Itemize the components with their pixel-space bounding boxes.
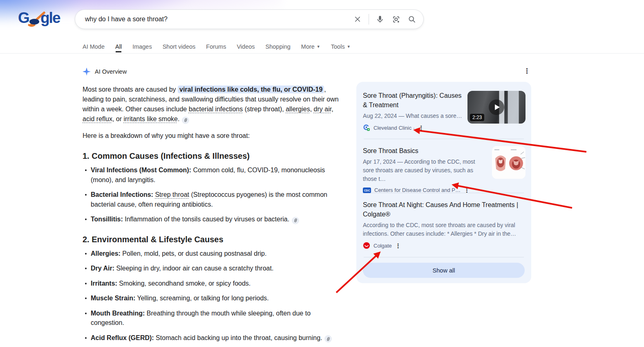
card-source-name[interactable]: Centers for Disease Control and P… [374,187,461,193]
show-all-button[interactable]: Show all [363,263,525,278]
show-all-divider [364,257,524,257]
cited-term-link[interactable]: acid reflux [83,115,112,122]
google-logo[interactable]: G gle [18,8,60,29]
search-input[interactable] [85,16,353,23]
source-card-cdc[interactable]: Sore Throat Basics Apr 17, 2024 — Accord… [356,139,531,193]
environmental-causes-list: Allergies: Pollen, mold, pets, or dust c… [83,249,344,343]
tab-ai-mode[interactable]: AI Mode [83,43,105,50]
card-source-name[interactable]: Colgate [373,243,392,249]
chevron-down-icon: ▼ [317,45,320,49]
section-heading-2: 2. Environmental & Lifestyle Causes [83,234,344,244]
card-source-name[interactable]: Cleveland Clinic · [373,125,415,131]
list-item: Viral Infections (Most Common): Common c… [83,165,344,185]
google-doodle-hockey: G gle [18,8,60,29]
common-causes-list: Viral Infections (Most Common): Common c… [83,165,344,224]
result-tabs: AI Mode All Images Short videos Forums V… [83,41,351,52]
google-lens-icon[interactable] [391,14,401,24]
voice-search-icon[interactable] [375,14,385,24]
search-submit-icon[interactable] [407,14,417,24]
svg-text:CDC: CDC [364,189,370,192]
tab-images[interactable]: Images [132,43,152,50]
chevron-down-icon: ▼ [347,45,351,49]
tab-shopping[interactable]: Shopping [266,43,291,50]
list-item: Irritants: Smoking, secondhand smoke, or… [83,279,344,288]
list-item: Allergies: Pollen, mold, pets, or dust c… [83,249,344,259]
card-menu-icon[interactable]: ⋮ [464,187,470,193]
search-bar[interactable] [75,9,424,29]
sources-panel: Sore Throat (Pharyngitis): Causes & Trea… [356,82,531,283]
card-title[interactable]: Sore Throat At Night: Causes And Home Tr… [363,200,525,219]
source-link-chip-icon[interactable] [292,217,299,224]
tab-short-videos[interactable]: Short videos [163,43,196,50]
tab-tools[interactable]: Tools▼ [331,43,351,50]
tab-all[interactable]: All [115,43,122,50]
card-title[interactable]: Sore Throat (Pharyngitis): Causes & Trea… [363,91,463,110]
play-button-icon[interactable] [489,99,504,115]
video-duration-badge: 2:23 [470,114,484,121]
highlighted-answer[interactable]: viral infections like colds, the flu, or… [178,86,324,93]
cited-term-link[interactable]: Strep throat [155,191,189,198]
source-card-colgate[interactable]: Sore Throat At Night: Causes And Home Tr… [356,193,531,257]
tab-videos[interactable]: Videos [237,43,255,50]
source-link-chip-icon[interactable] [324,335,332,342]
ai-overview-section: AI Overview Most sore throats are caused… [83,65,344,347]
card-menu-icon[interactable]: ⋮ [418,125,424,131]
section-heading-1: 1. Common Causes (Infections & Illnesses… [83,151,344,161]
list-item: Bacterial Infections: Strep throat (Stre… [83,190,344,209]
searchbar-divider [369,14,369,25]
list-item: Dry Air: Sleeping in dry, indoor air can… [83,264,344,273]
card-snippet: Apr 17, 2024 — According to the CDC, mos… [363,158,487,183]
list-item: Muscle Strain: Yelling, screaming, or ta… [83,293,344,303]
ai-overview-intro: Most sore throats are caused by viral in… [83,85,344,124]
tab-forums[interactable]: Forums [206,43,226,50]
tab-more[interactable]: More▼ [301,43,320,50]
header-divider [0,53,644,54]
cited-term-link[interactable]: bacterial infections [189,106,243,113]
list-item: Tonsillitis: Inflammation of the tonsils… [83,214,344,224]
svg-text:gle: gle [40,9,60,26]
cited-term-link[interactable]: dry air [314,106,332,113]
ai-overview-menu-icon[interactable]: ⋮ [523,68,530,74]
cited-term-link[interactable]: allergies [286,106,310,113]
video-thumbnail[interactable]: 2:23 [467,91,525,124]
card-snippet: According to the CDC, most sore throats … [363,221,525,238]
list-item: Acid Reflux (GERD): Stomach acid backing… [83,333,344,343]
source-link-chip-icon[interactable] [182,117,189,124]
clear-search-icon[interactable] [353,14,362,24]
list-item: Mouth Breathing: Breathing through the m… [83,309,344,328]
colgate-logo-icon [363,242,370,249]
ai-sparkle-icon [83,68,91,76]
cited-term-link[interactable]: irritants like smoke [123,115,177,122]
card-title[interactable]: Sore Throat Basics [363,146,487,155]
card-menu-icon[interactable]: ⋮ [395,243,401,249]
throat-image-thumbnail[interactable] [492,146,525,179]
source-card-cleveland-clinic[interactable]: Sore Throat (Pharyngitis): Causes & Trea… [356,82,531,139]
cleveland-clinic-logo-icon [363,124,370,131]
card-snippet: Aug 22, 2024 — What causes a sore… [363,112,463,120]
svg-text:G: G [18,9,29,26]
ai-overview-label: AI Overview [95,68,127,75]
google-search-page: G gle AI Mode All Imag [0,0,644,347]
cdc-logo-icon: CDC [363,187,371,193]
breakdown-lead: Here is a breakdown of why you might hav… [83,131,344,141]
